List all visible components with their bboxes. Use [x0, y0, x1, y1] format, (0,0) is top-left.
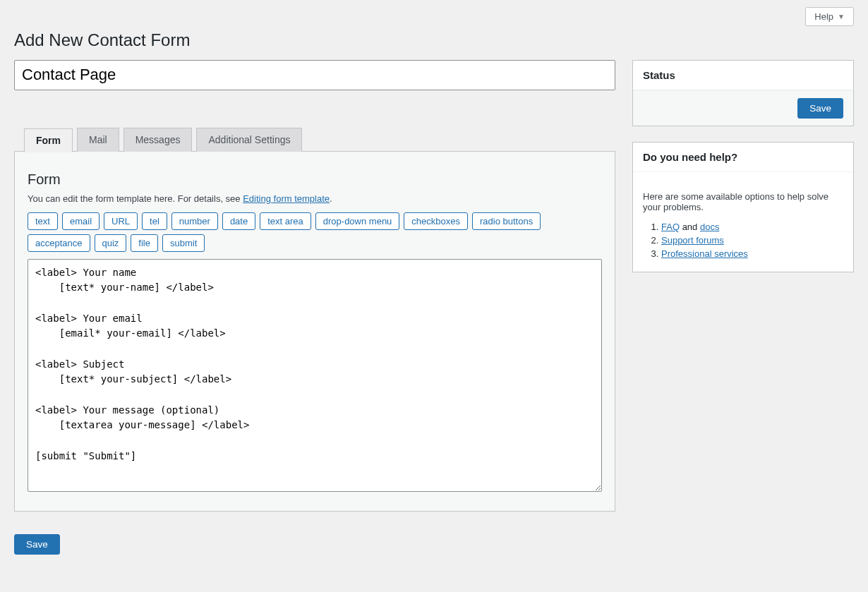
help-box-title: Do you need help?: [643, 151, 843, 163]
save-button-bottom[interactable]: Save: [14, 534, 60, 555]
tag-button-file[interactable]: file: [131, 234, 158, 252]
help-link-item: Professional services: [661, 248, 843, 259]
help-box: Do you need help? Here are some availabl…: [632, 142, 854, 272]
tag-button-radio-buttons[interactable]: radio buttons: [472, 212, 541, 230]
tab-form[interactable]: Form: [24, 128, 73, 152]
help-link-text: and: [680, 222, 700, 232]
form-panel-title: Form: [28, 171, 602, 188]
status-box-title: Status: [643, 69, 843, 81]
tag-button-checkboxes[interactable]: checkboxes: [404, 212, 468, 230]
form-title-input[interactable]: [14, 60, 615, 90]
tag-button-url[interactable]: URL: [104, 212, 138, 230]
tab-mail[interactable]: Mail: [77, 128, 119, 152]
tag-button-tel[interactable]: tel: [142, 212, 167, 230]
form-template-textarea[interactable]: [28, 259, 602, 492]
form-panel-desc: You can edit the form template here. For…: [28, 193, 602, 204]
form-desc-text-2: .: [330, 193, 332, 204]
tag-button-text[interactable]: text: [28, 212, 58, 230]
tag-button-text-area[interactable]: text area: [260, 212, 311, 230]
tag-generator: textemailURLtelnumberdatetext areadrop-d…: [28, 212, 602, 252]
status-box: Status Save: [632, 60, 854, 126]
tag-button-acceptance[interactable]: acceptance: [28, 234, 90, 252]
form-desc-text-1: You can edit the form template here. For…: [28, 193, 243, 204]
help-link[interactable]: Support forums: [661, 235, 724, 246]
tab-additional-settings[interactable]: Additional Settings: [196, 128, 302, 152]
caret-down-icon: ▼: [838, 13, 845, 20]
tag-button-email[interactable]: email: [62, 212, 100, 230]
help-links-list: FAQ and docsSupport forumsProfessional s…: [643, 222, 843, 259]
help-link-item: FAQ and docs: [661, 222, 843, 232]
editing-form-template-link[interactable]: Editing form template: [243, 193, 330, 204]
help-label: Help: [814, 11, 833, 22]
help-intro: Here are some available options to help …: [643, 191, 843, 212]
tag-button-drop-down-menu[interactable]: drop-down menu: [315, 212, 400, 230]
tag-button-number[interactable]: number: [171, 212, 218, 230]
help-link[interactable]: FAQ: [661, 222, 680, 232]
form-panel: Form You can edit the form template here…: [14, 151, 615, 512]
tag-button-quiz[interactable]: quiz: [95, 234, 127, 252]
help-toggle[interactable]: Help ▼: [805, 7, 854, 26]
help-link-item: Support forums: [661, 235, 843, 246]
status-save-button[interactable]: Save: [797, 98, 843, 119]
help-link[interactable]: docs: [700, 222, 719, 232]
help-link[interactable]: Professional services: [661, 248, 748, 259]
tab-messages[interactable]: Messages: [123, 128, 193, 152]
page-title: Add New Contact Form: [14, 30, 854, 50]
tag-button-date[interactable]: date: [222, 212, 255, 230]
tag-button-submit[interactable]: submit: [162, 234, 205, 252]
editor-tabs: FormMailMessagesAdditional Settings: [14, 128, 615, 152]
